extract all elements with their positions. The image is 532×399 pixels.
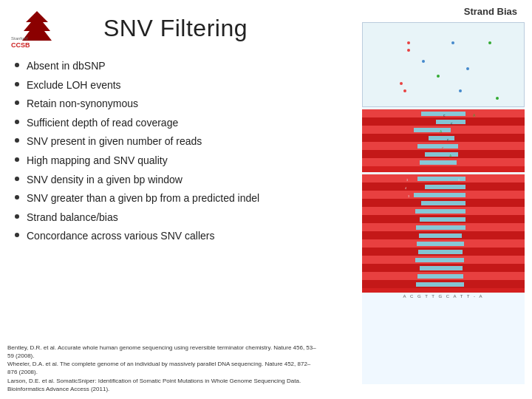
stanford-ccsb-logo: CCSB Stanford (7, 7, 66, 48)
bullet-item: Exclude LOH events (15, 78, 303, 93)
bullet-dot-icon (15, 138, 19, 143)
bullet-text: SNV greater than a given bp from a predi… (27, 191, 259, 206)
bullet-dot-icon (15, 214, 19, 219)
reference-item: Wheeler, D.A. et al. The complete genome… (7, 360, 318, 376)
bullet-dot-icon (15, 120, 19, 124)
bullet-dot-icon (15, 157, 19, 162)
bullet-dot-icon (15, 177, 19, 181)
bullet-text: Concordance across various SNV callers (27, 229, 214, 244)
bullet-text: Sufficient depth of read coverage (27, 116, 178, 131)
viz-red-section-2: 3 5 4 3 (362, 174, 525, 293)
bullet-item: SNV greater than a given bp from a predi… (15, 191, 303, 206)
bullet-item: SNV density in a given bp window (15, 173, 303, 188)
viz-axis-label: A C G T T G C A T T - A (362, 294, 525, 299)
reference-item: Larson, D.E. et al. SomaticSniper: Ident… (7, 377, 318, 393)
bullet-text: High mapping and SNV quality (27, 154, 168, 168)
bullet-text: SNV present in given number of reads (27, 134, 202, 149)
bullet-text: SNV density in a given bp window (27, 173, 183, 188)
bullet-dot-icon (15, 195, 19, 200)
page-title: SNV Filtering (103, 15, 248, 42)
strand-bias-visualization: c A c A c c A (362, 22, 525, 384)
bullet-item: Absent in dbSNP (15, 59, 303, 74)
bullet-list: Absent in dbSNPExclude LOH eventsRetain … (15, 59, 303, 248)
bullet-text: Retain non-synonymous (27, 97, 138, 112)
reference-item: Bentley, D.R. et al. Accurate whole huma… (7, 344, 318, 360)
svg-text:CCSB: CCSB (11, 41, 30, 48)
bullet-item: High mapping and SNV quality (15, 154, 303, 168)
bullet-dot-icon (15, 233, 19, 237)
bullet-item: Retain non-synonymous (15, 97, 303, 112)
bullet-item: Concordance across various SNV callers (15, 229, 303, 244)
bullet-text: Strand balance/bias (27, 211, 118, 225)
bullet-dot-icon (15, 100, 19, 105)
bullet-text: Exclude LOH events (27, 78, 121, 93)
bullet-item: SNV present in given number of reads (15, 134, 303, 149)
references-section: Bentley, D.R. et al. Accurate whole huma… (7, 344, 318, 393)
bullet-dot-icon (15, 82, 19, 86)
viz-red-section-1: c A c A c c A (362, 109, 525, 172)
bullet-item: Strand balance/bias (15, 211, 303, 225)
viz-top-section (362, 22, 525, 107)
bullet-text: Absent in dbSNP (27, 59, 106, 74)
bullet-dot-icon (15, 63, 19, 67)
svg-text:Stanford: Stanford (11, 36, 28, 41)
strand-bias-panel: c A c A c c A (362, 22, 525, 384)
bullet-item: Sufficient depth of read coverage (15, 116, 303, 131)
strand-bias-label: Strand Bias (464, 6, 517, 17)
